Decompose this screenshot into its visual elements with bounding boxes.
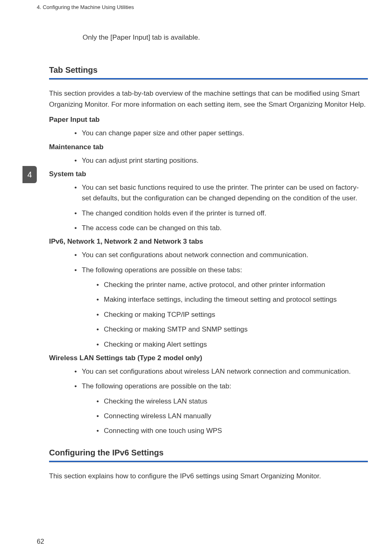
list-item: You can adjust print starting positions.: [73, 155, 368, 166]
intro-text: Only the [Paper Input] tab is available.: [83, 34, 368, 42]
chapter-title: 4. Configuring the Machine Using Utiliti…: [37, 4, 134, 10]
list-item: You can set basic functions required to …: [73, 182, 368, 204]
section-ipv6-text: This section explains how to configure t…: [49, 471, 368, 482]
list-network: You can set configurations about network…: [73, 250, 368, 350]
list-item: Checking the wireless LAN status: [95, 396, 368, 407]
list-item: You can set configurations about wireles…: [73, 366, 368, 377]
chapter-number: 4: [27, 170, 32, 179]
page-number: 62: [37, 538, 44, 545]
list-item: Checking or making TCP/IP settings: [95, 309, 368, 320]
list-item: Checking or making Alert settings: [95, 339, 368, 350]
list-item: The following operations are possible on…: [73, 381, 368, 436]
sub-heading-system: System tab: [49, 170, 368, 178]
section-heading-tab-settings: Tab Settings: [49, 65, 368, 75]
list-paper-input: You can change paper size and other pape…: [73, 128, 368, 139]
sub-heading-network: IPv6, Network 1, Network 2 and Network 3…: [49, 238, 368, 246]
page-header: 4. Configuring the Machine Using Utiliti…: [37, 4, 134, 10]
sublist-wireless: Checking the wireless LAN status Connect…: [95, 396, 368, 437]
list-wireless: You can set configurations about wireles…: [73, 366, 368, 437]
list-item: Connecting with one touch using WPS: [95, 426, 368, 436]
list-item: You can set configurations about network…: [73, 250, 368, 260]
list-item: The changed condition holds even if the …: [73, 208, 368, 219]
list-item: You can change paper size and other pape…: [73, 128, 368, 139]
list-item: Connecting wireless LAN manually: [95, 411, 368, 421]
sub-heading-maintenance: Maintenance tab: [49, 143, 368, 151]
sublist-network: Checking the printer name, active protoc…: [95, 280, 368, 350]
list-system: You can set basic functions required to …: [73, 182, 368, 233]
sub-heading-paper-input: Paper Input tab: [49, 116, 368, 124]
chapter-tab: 4: [22, 166, 37, 183]
list-item: The following operations are possible on…: [73, 265, 368, 350]
section-intro-text: This section provides a tab-by-tab overv…: [49, 88, 368, 110]
sub-heading-wireless: Wireless LAN Settings tab (Type 2 model …: [49, 354, 368, 362]
list-item-text: The following operations are possible on…: [82, 382, 231, 390]
list-maintenance: You can adjust print starting positions.: [73, 155, 368, 166]
list-item: The access code can be changed on this t…: [73, 223, 368, 233]
section-heading-ipv6: Configuring the IPv6 Settings: [49, 448, 368, 457]
list-item: Checking or making SMTP and SNMP setting…: [95, 324, 368, 335]
section-divider: [49, 461, 368, 462]
list-item: Checking the printer name, active protoc…: [95, 280, 368, 290]
page-content: Only the [Paper Input] tab is available.…: [49, 34, 368, 487]
list-item: Making interface settings, including the…: [95, 294, 368, 305]
section-divider: [49, 78, 368, 80]
list-item-text: The following operations are possible on…: [82, 266, 242, 274]
